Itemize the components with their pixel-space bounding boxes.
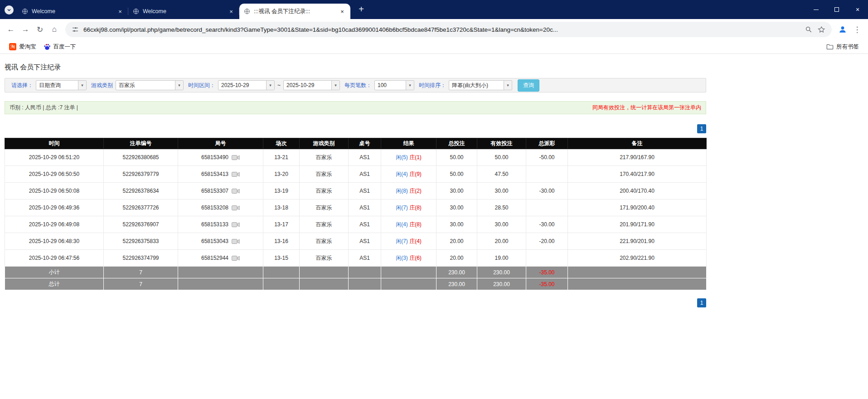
page-1-button[interactable]: 1	[697, 298, 706, 307]
chevron-down-icon[interactable]: ▾	[504, 81, 512, 90]
video-replay-icon[interactable]	[232, 222, 240, 228]
bookmark-baidu[interactable]: 百度一下	[40, 42, 80, 52]
sort-order-label: 时间排序：	[419, 82, 446, 89]
round-number: 658153413	[201, 171, 228, 177]
subtotal-count: 7	[104, 267, 178, 278]
date-range-tilde: ~	[277, 82, 281, 88]
profile-avatar-icon[interactable]	[835, 22, 850, 37]
subtotal-valid-bet: 230.00	[477, 267, 526, 278]
tab-search-icon[interactable]	[5, 5, 14, 15]
total-count: 7	[104, 278, 178, 290]
cell-session: 13-17	[263, 216, 300, 233]
tab-welcome-2[interactable]: Welcome ×	[128, 4, 239, 19]
close-icon[interactable]: ×	[228, 8, 235, 15]
cell-payout	[526, 200, 568, 216]
tab-welcome-1[interactable]: Welcome ×	[17, 4, 128, 19]
cell-total-bet[interactable]: 50.00	[436, 166, 477, 183]
result-banker: 庄(4)	[409, 238, 422, 244]
cell-bet-id: 522926376907	[104, 216, 178, 233]
new-tab-button[interactable]: +	[355, 3, 368, 15]
chevron-down-icon[interactable]: ▾	[331, 81, 339, 90]
result-banker: 庄(6)	[409, 255, 422, 261]
total-total-bet: 230.00	[436, 278, 477, 290]
cell-total-bet[interactable]: 50.00	[436, 149, 477, 166]
video-replay-icon[interactable]	[232, 255, 240, 261]
maximize-icon	[834, 7, 839, 12]
chevron-down-icon[interactable]: ▾	[78, 81, 86, 90]
minimize-button[interactable]	[805, 0, 826, 19]
cell-result: 闲(3) 庄(6)	[381, 250, 436, 267]
result-player: 闲(7)	[396, 238, 408, 244]
date-from-select[interactable]: 2025-10-29 ▾	[218, 80, 275, 90]
chevron-down-icon[interactable]: ▾	[175, 81, 183, 90]
cell-time: 2025-10-29 06:48:30	[5, 233, 104, 250]
bookmark-aitaobao[interactable]: 淘 爱淘宝	[5, 42, 40, 52]
table-row: 2025-10-29 06:49:36 522926377726 6581532…	[5, 200, 707, 216]
date-from-value: 2025-10-29	[218, 82, 266, 88]
video-replay-icon[interactable]	[232, 205, 240, 211]
reload-button[interactable]: ↻	[33, 22, 47, 37]
cell-total-bet[interactable]: 30.00	[436, 183, 477, 200]
cell-result: 闲(5) 庄(1)	[381, 149, 436, 166]
cell-table-no: AS1	[349, 166, 381, 183]
date-to-select[interactable]: 2025-10-29 ▾	[283, 80, 340, 90]
cell-game-type: 百家乐	[300, 250, 349, 267]
pagination-bottom: 1	[5, 298, 706, 307]
table-row: 2025-10-29 06:50:08 522926378634 6581533…	[5, 183, 707, 200]
round-number: 658153307	[201, 188, 228, 194]
col-payout: 总派彩	[526, 138, 568, 149]
menu-icon[interactable]: ⋮	[850, 22, 864, 37]
close-icon[interactable]: ×	[339, 8, 346, 15]
home-button[interactable]: ⌂	[47, 22, 62, 37]
cell-result: 闲(4) 庄(9)	[381, 166, 436, 183]
close-icon[interactable]: ×	[116, 8, 124, 15]
maximize-button[interactable]	[826, 0, 847, 19]
game-type-select[interactable]: 百家乐 ▾	[116, 80, 184, 90]
cell-note: 200.40/170.40	[568, 183, 707, 200]
all-bookmarks-button[interactable]: 所有书签	[823, 42, 863, 52]
back-button[interactable]: ←	[4, 22, 18, 37]
cell-note: 171.90/200.40	[568, 200, 707, 216]
cell-valid-bet: 30.00	[477, 216, 526, 233]
cell-time: 2025-10-29 06:50:08	[5, 183, 104, 200]
video-replay-icon[interactable]	[232, 188, 240, 194]
query-button[interactable]: 查询	[518, 79, 539, 92]
cell-total-bet[interactable]: 30.00	[436, 200, 477, 216]
window-close-button[interactable]: ×	[847, 0, 868, 19]
cell-total-bet[interactable]: 20.00	[436, 250, 477, 267]
date-range-label: 时间区间：	[188, 82, 215, 89]
browser-toolbar: ← → ↻ ⌂ 66cxkj98.com/ipl/portal.php/game…	[0, 19, 868, 40]
cell-round: 658153208	[178, 200, 263, 216]
page-size-select[interactable]: 100 ▾	[374, 80, 414, 90]
query-type-select[interactable]: 日期查询 ▾	[36, 80, 87, 90]
cell-note: 221.90/201.90	[568, 233, 707, 250]
bookmark-label: 百度一下	[53, 43, 76, 51]
url-text[interactable]: 66cxkj98.com/ipl/portal.php/game/betreco…	[83, 26, 800, 33]
cell-total-bet[interactable]: 30.00	[436, 216, 477, 233]
bookmark-star-icon[interactable]	[818, 26, 825, 34]
cell-total-bet[interactable]: 20.00	[436, 233, 477, 250]
cell-result: 闲(7) 庄(8)	[381, 200, 436, 216]
video-replay-icon[interactable]	[232, 171, 240, 177]
tab-title: Welcome	[32, 8, 113, 15]
window-controls: ×	[805, 0, 868, 19]
tab-title: Welcome	[143, 8, 224, 15]
game-type-value: 百家乐	[116, 82, 175, 89]
sort-order-select[interactable]: 降幂(由大到小) ▾	[449, 80, 512, 90]
zoom-icon[interactable]	[805, 26, 812, 33]
chevron-down-icon[interactable]: ▾	[406, 81, 414, 90]
total-payout: -35.00	[526, 278, 568, 290]
cell-payout	[526, 166, 568, 183]
chevron-down-icon[interactable]: ▾	[266, 81, 274, 90]
address-bar[interactable]: 66cxkj98.com/ipl/portal.php/game/betreco…	[65, 22, 832, 37]
video-replay-icon[interactable]	[232, 155, 240, 161]
page-1-button[interactable]: 1	[697, 124, 706, 133]
browser-window: Welcome × Welcome × :::视讯 会员下注纪录::: × + …	[0, 0, 868, 307]
cell-round: 658153043	[178, 233, 263, 250]
video-replay-icon[interactable]	[232, 238, 240, 244]
forward-button[interactable]: →	[18, 22, 33, 37]
cell-table-no: AS1	[349, 233, 381, 250]
tab-betrecord-active[interactable]: :::视讯 会员下注纪录::: ×	[239, 4, 350, 19]
site-settings-icon[interactable]	[72, 26, 79, 33]
tab-title: :::视讯 会员下注纪录:::	[254, 8, 335, 15]
